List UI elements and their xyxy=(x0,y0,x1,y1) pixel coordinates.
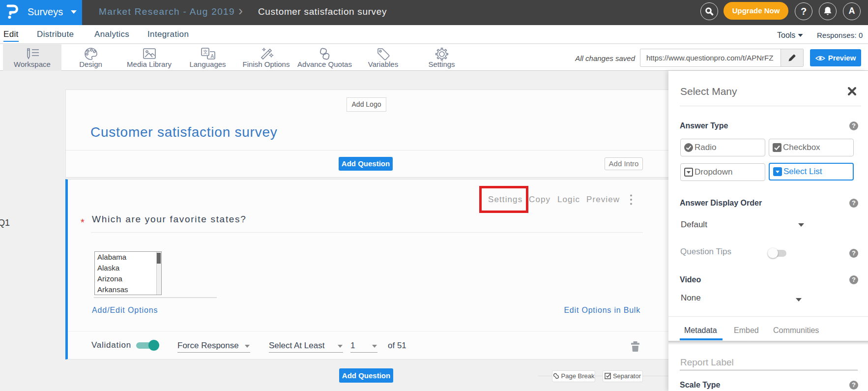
svg-text:文: 文 xyxy=(203,49,208,55)
svg-text:A: A xyxy=(210,54,214,59)
